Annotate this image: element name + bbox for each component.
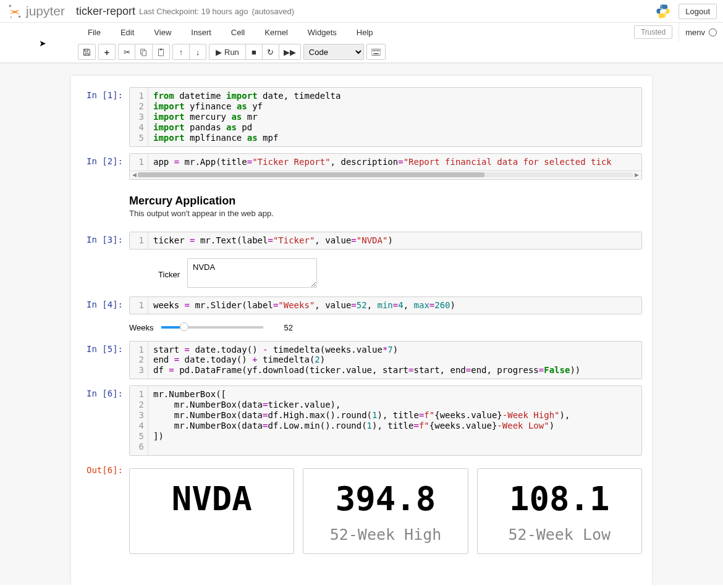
weeks-value: 52 [274,323,293,332]
svg-point-3 [661,6,662,7]
svg-rect-9 [371,49,381,55]
code-content[interactable]: weeks = mr.Slider(label="Weeks", value=5… [148,297,641,314]
move-down-button[interactable]: ↓ [189,44,206,60]
code-cell[interactable]: In [4]: 1 weeks = mr.Slider(label="Weeks… [81,296,642,314]
svg-point-0 [9,5,11,7]
code-content[interactable]: from datetime import date, timedelta imp… [148,88,641,146]
code-cell[interactable]: In [5]: 1 2 3 start = date.today() - tim… [81,341,642,380]
restart-icon: ↻ [267,48,274,57]
cut-button[interactable]: ✂ [118,44,135,60]
code-cell[interactable]: In [3]: 1 ticker = mr.Text(label="Ticker… [81,232,642,250]
input-area[interactable]: 1 ticker = mr.Text(label="Ticker", value… [129,232,642,250]
weeks-slider[interactable] [161,326,263,329]
number-box: 394.8 52-Week High [303,468,468,554]
slider-thumb[interactable] [180,322,188,331]
stop-button[interactable]: ■ [245,44,263,60]
code-cell[interactable]: In [1]: 1 2 3 4 5 from datetime import d… [81,87,642,147]
menu-kernel[interactable]: Kernel [255,24,298,41]
ticker-input[interactable]: NVDA [187,258,317,288]
code-content[interactable]: mr.NumberBox([ mr.NumberBox(data=ticker.… [148,386,641,455]
stop-icon: ■ [252,48,256,57]
save-button[interactable] [78,44,96,60]
notebook-container: In [1]: 1 2 3 4 5 from datetime import d… [0,64,723,585]
menu-widgets[interactable]: Widgets [298,24,347,41]
copy-button[interactable] [135,44,153,60]
jupyter-logo[interactable]: jupyter [6,2,65,20]
horizontal-scrollbar[interactable]: ◀ ▶ [130,170,641,179]
play-icon: ▶ [216,48,222,57]
ticker-label: Ticker [129,266,180,279]
kernel-indicator[interactable]: menv [679,23,717,41]
restart-run-all-button[interactable]: ▶▶ [279,44,301,60]
kernel-name: menv [685,28,705,37]
number-box: NVDA [129,468,294,554]
trusted-badge[interactable]: Trusted [634,25,672,39]
menu-cell[interactable]: Cell [221,24,255,41]
run-button[interactable]: ▶Run [209,44,246,60]
svg-rect-11 [374,50,375,51]
code-content[interactable]: ticker = mr.Text(label="Ticker", value="… [148,232,641,249]
toolbar: + ✂ ↑ ↓ ▶Run ■ ↻ ▶▶ Code [0,41,723,63]
restart-button[interactable]: ↻ [262,44,279,60]
line-gutter: 1 2 3 [130,342,148,379]
svg-rect-10 [373,50,374,51]
weeks-label: Weeks [129,323,154,332]
input-prompt: In [6]: [81,385,129,456]
kernel-status-icon [709,28,717,36]
number-boxes: NVDA 394.8 52-Week High 108.1 52-Week Lo… [129,468,642,554]
save-icon [83,48,91,56]
output-cell: Mercury Application This output won't ap… [81,186,642,225]
command-palette-button[interactable] [366,44,386,60]
svg-rect-14 [379,50,380,51]
code-content[interactable]: app = mr.App(title="Ticker Report", desc… [148,154,641,170]
mercury-subtitle: This output won't appear in the web app. [129,209,642,218]
plus-icon: + [104,47,110,57]
output-cell: Out[6]: NVDA 394.8 52-Week High 108.1 52… [81,462,642,556]
input-area[interactable]: 1 app = mr.App(title="Ticker Report", de… [129,153,642,180]
input-prompt: In [4]: [81,296,129,314]
logout-button[interactable]: Logout [679,4,717,19]
jupyter-icon [6,2,23,20]
paste-button[interactable] [152,44,170,60]
input-area[interactable]: 1 2 3 start = date.today() - timedelta(w… [129,341,642,380]
svg-point-1 [19,15,21,18]
menu-help[interactable]: Help [347,24,383,41]
notebook-inner: In [1]: 1 2 3 4 5 from datetime import d… [71,76,652,585]
fast-forward-icon: ▶▶ [284,48,296,57]
line-gutter: 1 2 3 4 5 [130,88,148,146]
autosaved-text: (autosaved) [252,7,294,16]
arrow-down-icon: ↓ [196,48,200,57]
menu-edit[interactable]: Edit [111,24,144,41]
input-area[interactable]: 1 2 3 4 5 from datetime import date, tim… [129,87,642,147]
line-gutter: 1 [130,154,148,170]
svg-point-4 [665,15,666,17]
svg-rect-15 [373,53,378,54]
notebook-name[interactable]: ticker-report [76,5,135,18]
number-box-value: 108.1 [484,482,635,516]
input-prompt: In [1]: [81,87,129,147]
code-content[interactable]: start = date.today() - timedelta(weeks.v… [148,342,641,379]
menu-view[interactable]: View [144,24,181,41]
checkpoint-text: Last Checkpoint: 19 hours ago [139,7,248,16]
keyboard-icon [371,49,381,56]
output-prompt: Out[6]: [81,462,129,556]
input-area[interactable]: 1 weeks = mr.Slider(label="Weeks", value… [129,296,642,314]
svg-point-2 [10,17,12,19]
svg-rect-12 [376,50,377,51]
cut-icon: ✂ [124,48,130,57]
add-cell-button[interactable]: + [98,44,116,60]
input-prompt: In [3]: [81,232,129,250]
cell-type-select[interactable]: Code [303,44,364,60]
svg-rect-8 [160,48,162,49]
menu-file[interactable]: File [78,24,111,41]
line-gutter: 1 [130,297,148,314]
output-cell: Weeks 52 [81,321,642,335]
python-icon [655,3,671,19]
code-cell[interactable]: In [6]: 1 2 3 4 5 6 mr.NumberBox([ mr.Nu… [81,385,642,456]
move-up-button[interactable]: ↑ [172,44,190,60]
input-area[interactable]: 1 2 3 4 5 6 mr.NumberBox([ mr.NumberBox(… [129,385,642,456]
menu-insert[interactable]: Insert [181,24,221,41]
code-cell[interactable]: In [2]: 1 app = mr.App(title="Ticker Rep… [81,153,642,180]
line-gutter: 1 2 3 4 5 6 [130,386,148,455]
jupyter-text: jupyter [26,4,65,19]
